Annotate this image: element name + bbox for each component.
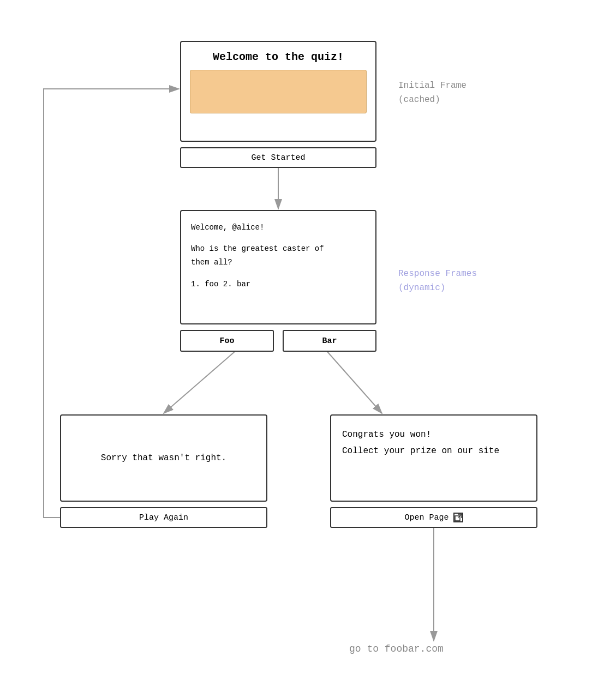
- response-question: Who is the greatest caster ofthem all?: [191, 242, 366, 269]
- answer-buttons-row: Foo Bar: [180, 330, 376, 352]
- foo-button[interactable]: Foo: [180, 330, 274, 352]
- svg-line-3: [327, 352, 382, 413]
- foobar-label: go to foobar.com: [349, 643, 444, 654]
- get-started-button[interactable]: Get Started: [180, 147, 376, 168]
- play-again-button[interactable]: Play Again: [60, 507, 267, 528]
- response-greeting: Welcome, @alice!: [191, 221, 366, 234]
- initial-frame-title: Welcome to the quiz!: [190, 51, 367, 63]
- svg-line-2: [164, 352, 235, 413]
- initial-frame-image: [190, 70, 367, 113]
- wrong-answer-text: Sorry that wasn't right.: [101, 453, 226, 463]
- response-frames-label: Response Frames (dynamic): [398, 267, 477, 295]
- win-line1: Congrats you won!: [342, 426, 525, 443]
- response-options: 1. foo 2. bar: [191, 278, 366, 291]
- win-line2: Collect your prize on our site: [342, 443, 525, 459]
- response-frame: Welcome, @alice! Who is the greatest cas…: [180, 210, 376, 324]
- bar-button[interactable]: Bar: [283, 330, 376, 352]
- wrong-answer-frame: Sorry that wasn't right.: [60, 414, 267, 502]
- initial-frame-label: Initial Frame (cached): [398, 79, 467, 107]
- diagram: Welcome to the quiz! Get Started Initial…: [0, 0, 616, 698]
- external-link-icon: [453, 513, 463, 522]
- win-frame: Congrats you won! Collect your prize on …: [330, 414, 537, 502]
- initial-frame: Welcome to the quiz!: [180, 41, 376, 142]
- open-page-button[interactable]: Open Page: [330, 507, 537, 528]
